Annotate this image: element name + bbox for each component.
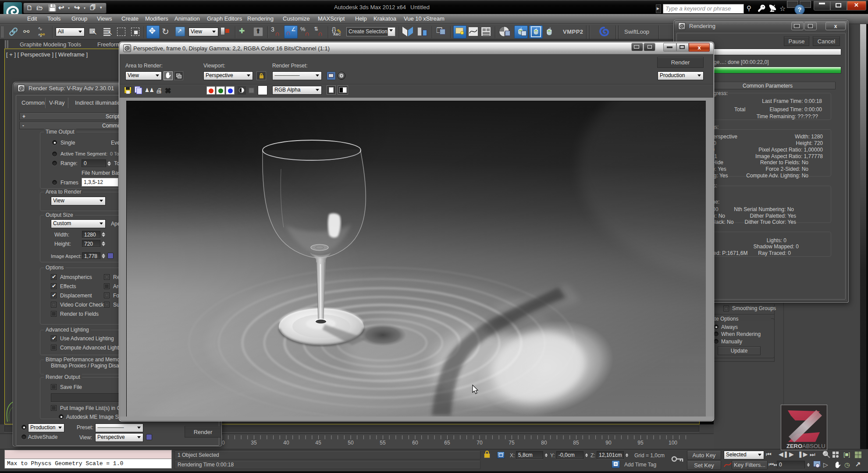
- svg-text:ZERO: ZERO: [786, 443, 802, 449]
- svg-text:ABSOLU: ABSOLU: [802, 443, 825, 449]
